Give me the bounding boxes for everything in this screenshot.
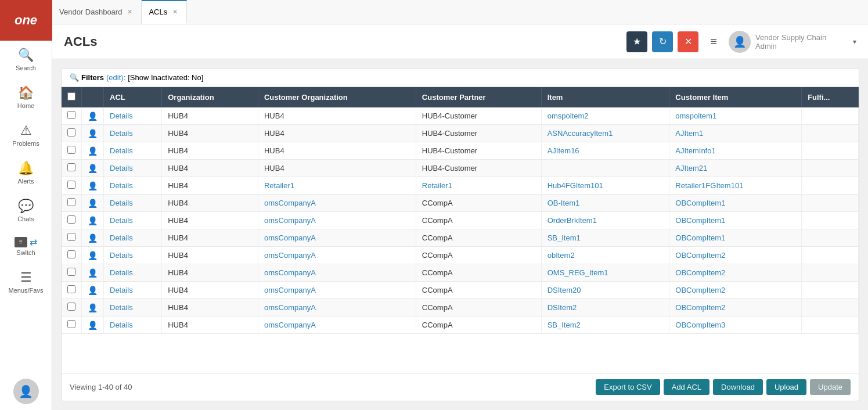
row-cust-item-cell[interactable]: AJItemInfo1 (669, 142, 802, 160)
cust-item-link[interactable]: OBCompItem1 (675, 233, 725, 242)
row-cust-item-cell[interactable]: OBCompItem1 (669, 229, 802, 247)
row-cust-item-cell[interactable]: OBCompItem2 (669, 264, 802, 282)
cust-item-link[interactable]: AJItem1 (675, 129, 703, 138)
acl-details-link[interactable]: Details (110, 286, 133, 294)
tab-acls[interactable]: ACLs ✕ (142, 0, 187, 24)
row-acl-cell[interactable]: Details (104, 125, 162, 142)
add-acl-button[interactable]: Add ACL (664, 379, 709, 395)
row-checkbox[interactable] (67, 250, 75, 258)
acl-details-link[interactable]: Details (110, 199, 133, 207)
acl-details-link[interactable]: Details (110, 233, 133, 242)
row-checkbox-cell[interactable] (62, 177, 82, 195)
row-cust-org-cell[interactable]: omsCompanyA (258, 317, 416, 334)
row-acl-cell[interactable]: Details (104, 142, 162, 160)
row-checkbox[interactable] (67, 320, 75, 328)
row-checkbox[interactable] (67, 303, 75, 311)
sidebar-item-switch[interactable]: ≡ ⇄ Switch (0, 229, 52, 263)
close-tab-button[interactable]: ✕ (678, 31, 698, 52)
cust-item-link[interactable]: OBCompItem2 (675, 286, 725, 294)
row-cust-org-cell[interactable]: omsCompanyA (258, 195, 416, 212)
row-cust-item-cell[interactable]: AJItem21 (669, 160, 802, 177)
row-cust-org-cell[interactable]: omsCompanyA (258, 299, 416, 317)
sidebar-item-alerts[interactable]: 🔔 Alerts (0, 154, 52, 192)
acl-details-link[interactable]: Details (110, 181, 133, 190)
row-acl-cell[interactable]: Details (104, 212, 162, 229)
item-link[interactable]: Hub4FGItem101 (548, 181, 603, 190)
row-cust-org-cell[interactable]: HUB4 (258, 142, 416, 160)
row-cust-item-cell[interactable]: omspoitem1 (669, 107, 802, 125)
row-checkbox-cell[interactable] (62, 195, 82, 212)
row-acl-cell[interactable]: Details (104, 264, 162, 282)
cust-item-link[interactable]: OBCompItem1 (675, 199, 725, 207)
sidebar-item-search[interactable]: 🔍 Search (0, 41, 52, 78)
row-item-cell[interactable]: DSItem20 (541, 282, 669, 299)
row-checkbox-cell[interactable] (62, 282, 82, 299)
row-cust-item-cell[interactable]: AJItem1 (669, 125, 802, 142)
row-item-cell[interactable]: Hub4FGItem101 (541, 177, 669, 195)
row-checkbox-cell[interactable] (62, 317, 82, 334)
acl-details-link[interactable]: Details (110, 303, 133, 312)
row-checkbox-cell[interactable] (62, 160, 82, 177)
row-checkbox[interactable] (67, 181, 75, 189)
cust-item-link[interactable]: AJItem21 (675, 164, 707, 172)
tab-acls-close[interactable]: ✕ (171, 8, 179, 16)
table-wrapper[interactable]: ACL Organization Customer Organization C… (62, 87, 859, 373)
update-button[interactable]: Update (810, 379, 851, 395)
cust-org-link[interactable]: omsCompanyA (264, 216, 316, 225)
row-checkbox[interactable] (67, 146, 75, 154)
row-cust-item-cell[interactable]: OBCompItem3 (669, 317, 802, 334)
cust-org-link[interactable]: omsCompanyA (264, 286, 316, 294)
upload-button[interactable]: Upload (766, 379, 806, 395)
item-link[interactable]: DSItem2 (548, 303, 577, 312)
acl-details-link[interactable]: Details (110, 216, 133, 225)
cust-item-link[interactable]: omspoitem1 (675, 112, 716, 120)
cust-item-link[interactable]: OBCompItem2 (675, 251, 725, 260)
row-item-cell[interactable]: OB-Item1 (541, 195, 669, 212)
row-acl-cell[interactable]: Details (104, 282, 162, 299)
row-item-cell[interactable]: SB_Item1 (541, 229, 669, 247)
row-cust-org-cell[interactable]: omsCompanyA (258, 247, 416, 264)
item-link[interactable]: omspoitem2 (548, 112, 589, 120)
row-checkbox-cell[interactable] (62, 264, 82, 282)
row-cust-org-cell[interactable]: omsCompanyA (258, 229, 416, 247)
row-checkbox[interactable] (67, 198, 75, 206)
menu-button[interactable]: ≡ (703, 31, 724, 52)
filters-edit-link[interactable]: (edit): (106, 73, 125, 82)
row-checkbox[interactable] (67, 215, 75, 224)
row-item-cell[interactable]: SB_Item2 (541, 317, 669, 334)
item-link[interactable]: ASNAccuracyItem1 (548, 129, 613, 138)
cust-org-link[interactable]: omsCompanyA (264, 321, 316, 329)
item-link[interactable]: DSItem20 (548, 286, 581, 294)
row-acl-cell[interactable]: Details (104, 229, 162, 247)
row-checkbox-cell[interactable] (62, 229, 82, 247)
item-link[interactable]: OB-Item1 (548, 199, 580, 207)
row-acl-cell[interactable]: Details (104, 299, 162, 317)
download-button[interactable]: Download (713, 379, 763, 395)
item-link[interactable]: obItem2 (548, 251, 575, 260)
favorite-button[interactable]: ★ (626, 31, 647, 52)
row-cust-item-cell[interactable]: OBCompItem1 (669, 212, 802, 229)
row-cust-org-cell[interactable]: HUB4 (258, 125, 416, 142)
acl-details-link[interactable]: Details (110, 146, 133, 155)
row-cust-org-cell[interactable]: HUB4 (258, 107, 416, 125)
row-cust-org-cell[interactable]: omsCompanyA (258, 212, 416, 229)
item-link[interactable]: AJItem16 (548, 146, 579, 155)
cust-partner-link[interactable]: Retailer1 (422, 181, 452, 190)
item-link[interactable]: SB_Item2 (548, 321, 581, 329)
row-cust-item-cell[interactable]: OBCompItem1 (669, 195, 802, 212)
row-item-cell[interactable]: OrderBrkItem1 (541, 212, 669, 229)
row-checkbox[interactable] (67, 111, 75, 119)
cust-org-link[interactable]: Retailer1 (264, 181, 294, 190)
row-checkbox-cell[interactable] (62, 125, 82, 142)
row-checkbox[interactable] (67, 163, 75, 171)
row-acl-cell[interactable]: Details (104, 247, 162, 264)
cust-org-link[interactable]: omsCompanyA (264, 199, 316, 207)
cust-item-link[interactable]: OBCompItem1 (675, 216, 725, 225)
row-acl-cell[interactable]: Details (104, 195, 162, 212)
cust-item-link[interactable]: Retailer1FGItem101 (675, 181, 743, 190)
app-logo[interactable]: one (0, 0, 52, 41)
cust-item-link[interactable]: OBCompItem2 (675, 268, 725, 277)
row-checkbox[interactable] (67, 128, 75, 136)
row-item-cell[interactable]: ASNAccuracyItem1 (541, 125, 669, 142)
row-cust-item-cell[interactable]: Retailer1FGItem101 (669, 177, 802, 195)
